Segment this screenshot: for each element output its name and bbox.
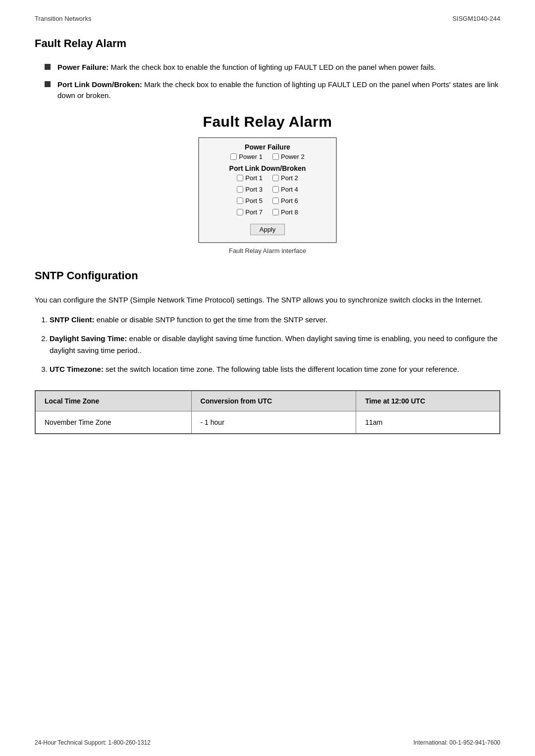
port6-checkbox-label[interactable]: Port 6 <box>272 197 298 204</box>
port2-label: Port 2 <box>281 174 298 182</box>
port2-checkbox[interactable] <box>272 175 279 181</box>
port2-checkbox-label[interactable]: Port 2 <box>272 174 298 182</box>
port4-checkbox[interactable] <box>272 186 279 193</box>
power2-label: Power 2 <box>281 153 305 160</box>
sntp-intro: You can configure the SNTP (Simple Netwo… <box>35 294 500 306</box>
bullet-power-failure: Power Failure: Mark the check box to ena… <box>45 62 500 73</box>
page-header: Transition Networks SISGM1040-244 <box>35 15 500 22</box>
port4-label: Port 4 <box>281 186 298 193</box>
sntp-item-3-text: set the switch location time zone. The f… <box>104 365 459 373</box>
footer-right: International: 00-1-952-941-7600 <box>414 739 500 746</box>
port5-checkbox[interactable] <box>237 198 243 204</box>
sntp-list: SNTP Client: enable or disable SNTP func… <box>40 314 500 375</box>
port7-checkbox[interactable] <box>237 209 243 215</box>
port3-4-row: Port 3 Port 4 <box>214 186 321 193</box>
port6-checkbox[interactable] <box>272 198 279 204</box>
footer-left: 24-Hour Technical Support: 1-800-260-131… <box>35 739 151 746</box>
port1-checkbox-label[interactable]: Port 1 <box>237 174 263 182</box>
table-row: November Time Zone - 1 hour 11am <box>35 411 500 434</box>
port5-label: Port 5 <box>245 197 263 204</box>
port5-checkbox-label[interactable]: Port 5 <box>237 197 263 204</box>
table-header-row: Local Time Zone Conversion from UTC Time… <box>35 391 500 411</box>
sntp-item-2: Daylight Saving Time: enable or disable … <box>50 333 500 356</box>
cell-local-tz: November Time Zone <box>35 411 191 434</box>
col-local-timezone: Local Time Zone <box>35 391 191 411</box>
port7-8-row: Port 7 Port 8 <box>214 208 321 216</box>
port3-label: Port 3 <box>245 186 263 193</box>
port1-label: Port 1 <box>245 174 263 182</box>
cell-time: 11am <box>356 411 500 434</box>
col-conversion: Conversion from UTC <box>191 391 356 411</box>
sntp-item-1: SNTP Client: enable or disable SNTP func… <box>50 314 500 326</box>
page-footer: 24-Hour Technical Support: 1-800-260-131… <box>35 739 500 746</box>
port3-checkbox-label[interactable]: Port 3 <box>237 186 263 193</box>
bullet-1-label: Power Failure: <box>57 63 108 71</box>
sntp-title: SNTP Configuration <box>35 269 500 282</box>
sntp-item-2-label: Daylight Saving Time: <box>50 334 127 343</box>
sntp-item-3: UTC Timezone: set the switch location ti… <box>50 363 500 375</box>
power2-checkbox-label[interactable]: Power 2 <box>272 153 305 160</box>
port5-6-row: Port 5 Port 6 <box>214 197 321 204</box>
port6-label: Port 6 <box>281 197 298 204</box>
port8-label: Port 8 <box>281 208 298 216</box>
port8-checkbox-label[interactable]: Port 8 <box>272 208 298 216</box>
apply-button[interactable]: Apply <box>250 224 285 235</box>
port1-2-row: Port 1 Port 2 <box>214 174 321 182</box>
port7-checkbox-label[interactable]: Port 7 <box>237 208 263 216</box>
col-time-utc: Time at 12:00 UTC <box>356 391 500 411</box>
header-right: SISGM1040-244 <box>452 15 500 22</box>
power-checkboxes: Power 1 Power 2 <box>214 153 321 160</box>
port-link-label: Port Link Down/Broken <box>214 164 321 172</box>
power1-checkbox-label[interactable]: Power 1 <box>230 153 263 160</box>
cell-conversion: - 1 hour <box>191 411 356 434</box>
fault-relay-ui: Fault Relay Alarm Power Failure Power 1 … <box>35 113 500 254</box>
fault-relay-title: Fault Relay Alarm <box>35 37 500 50</box>
fault-relay-ui-heading: Fault Relay Alarm <box>203 113 332 130</box>
header-left: Transition Networks <box>35 15 91 22</box>
port3-checkbox[interactable] <box>237 186 243 193</box>
fault-relay-bullets: Power Failure: Mark the check box to ena… <box>45 62 500 101</box>
port1-checkbox[interactable] <box>237 175 243 181</box>
sntp-item-3-label: UTC Timezone: <box>50 365 104 373</box>
fault-relay-caption: Fault Relay Alarm interface <box>229 247 306 254</box>
power-failure-label: Power Failure <box>214 143 321 151</box>
bullet-1-text: Power Failure: Mark the check box to ena… <box>57 62 436 73</box>
power1-label: Power 1 <box>239 153 263 160</box>
port8-checkbox[interactable] <box>272 209 279 215</box>
bullet-icon-2 <box>45 81 51 87</box>
sntp-item-1-text: enable or disable SNTP function to get t… <box>95 315 328 324</box>
bullet-icon-1 <box>45 64 51 70</box>
power1-checkbox[interactable] <box>230 153 237 160</box>
timezone-table: Local Time Zone Conversion from UTC Time… <box>35 390 500 434</box>
bullet-2-text: Port Link Down/Broken: Mark the check bo… <box>57 79 500 101</box>
power2-checkbox[interactable] <box>272 153 279 160</box>
bullet-port-link: Port Link Down/Broken: Mark the check bo… <box>45 79 500 101</box>
bullet-2-label: Port Link Down/Broken: <box>57 80 142 89</box>
fault-relay-box: Power Failure Power 1 Power 2 Port Link … <box>198 137 337 243</box>
sntp-section: SNTP Configuration You can configure the… <box>35 269 500 434</box>
port4-checkbox-label[interactable]: Port 4 <box>272 186 298 193</box>
port7-label: Port 7 <box>245 208 263 216</box>
sntp-item-1-label: SNTP Client: <box>50 315 95 324</box>
